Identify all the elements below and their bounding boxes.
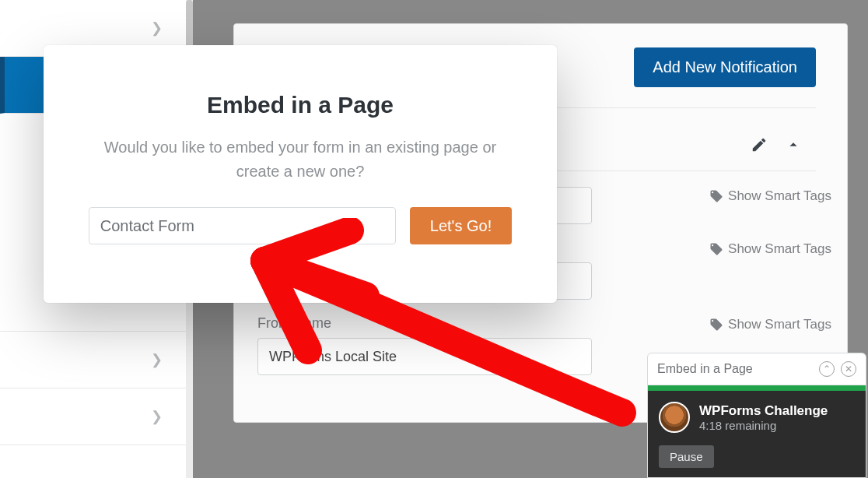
sidebar-item[interactable]: ❯ — [0, 332, 192, 388]
widget-header-title: Embed in a Page — [657, 362, 753, 376]
show-smart-tags-link[interactable]: Show Smart Tags — [709, 317, 831, 332]
page-name-input[interactable] — [89, 207, 396, 244]
from-name-input[interactable] — [257, 338, 592, 375]
show-smart-tags-link[interactable]: Show Smart Tags — [709, 188, 831, 204]
progress-bar — [648, 385, 866, 391]
pause-button[interactable]: Pause — [659, 445, 714, 468]
challenge-widget: Embed in a Page ⌃ ✕ WPForms Challenge 4:… — [647, 353, 866, 478]
show-smart-tags-link[interactable]: Show Smart Tags — [709, 241, 831, 257]
sidebar-item[interactable]: ❯ — [0, 388, 192, 445]
chevron-right-icon: ❯ — [151, 19, 163, 37]
lets-go-button[interactable]: Let's Go! — [410, 207, 512, 244]
widget-body: WPForms Challenge 4:18 remaining — [648, 391, 866, 445]
challenge-title: WPForms Challenge — [699, 403, 828, 419]
embed-modal: Embed in a Page Would you like to embed … — [44, 45, 557, 303]
modal-description: Would you like to embed your form in an … — [86, 135, 514, 184]
challenge-remaining: 4:18 remaining — [699, 419, 828, 432]
chevron-right-icon: ❯ — [151, 408, 163, 425]
chevron-right-icon: ❯ — [151, 351, 163, 368]
close-icon[interactable]: ✕ — [841, 361, 856, 377]
modal-title: Embed in a Page — [86, 92, 514, 118]
collapse-icon[interactable]: ⌃ — [819, 361, 835, 377]
edit-icon[interactable] — [751, 136, 768, 156]
add-new-notification-button[interactable]: Add New Notification — [634, 47, 816, 87]
chevron-up-icon[interactable] — [785, 136, 802, 156]
widget-actions: Pause — [648, 445, 866, 477]
avatar — [659, 402, 690, 433]
modal-form-row: Let's Go! — [86, 207, 514, 244]
widget-header: Embed in a Page ⌃ ✕ — [648, 353, 866, 385]
